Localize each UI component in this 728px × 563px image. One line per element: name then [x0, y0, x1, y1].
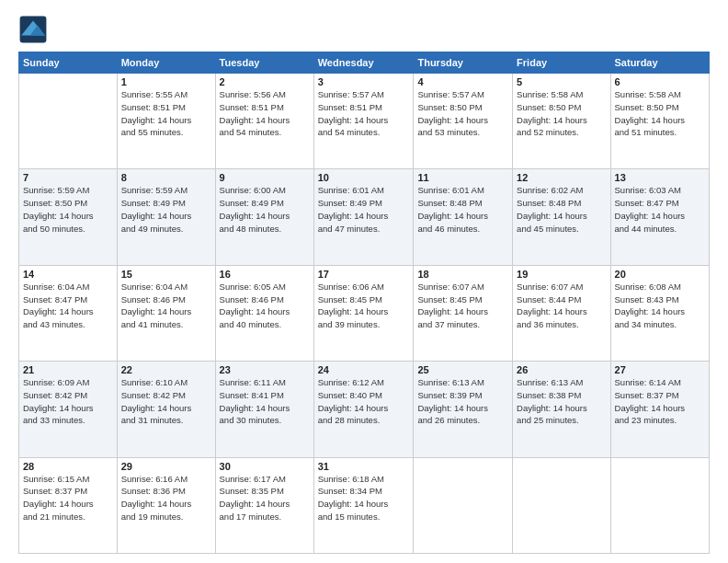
day-info: Sunrise: 5:55 AM Sunset: 8:51 PM Dayligh… [121, 88, 211, 139]
weekday-header-saturday: Saturday [610, 52, 709, 74]
calendar-cell: 26Sunrise: 6:13 AM Sunset: 8:38 PM Dayli… [513, 362, 610, 457]
calendar-cell: 29Sunrise: 6:16 AM Sunset: 8:36 PM Dayli… [117, 457, 215, 553]
day-info: Sunrise: 5:58 AM Sunset: 8:50 PM Dayligh… [615, 88, 705, 139]
calendar-cell: 24Sunrise: 6:12 AM Sunset: 8:40 PM Dayli… [313, 362, 414, 457]
day-number: 21 [23, 364, 113, 375]
day-number: 24 [318, 364, 410, 375]
day-info: Sunrise: 6:01 AM Sunset: 8:49 PM Dayligh… [318, 184, 410, 235]
day-info: Sunrise: 5:59 AM Sunset: 8:50 PM Dayligh… [23, 184, 113, 235]
calendar-cell: 17Sunrise: 6:06 AM Sunset: 8:45 PM Dayli… [313, 265, 414, 361]
day-number: 10 [318, 172, 410, 183]
day-info: Sunrise: 5:57 AM Sunset: 8:51 PM Dayligh… [318, 88, 410, 139]
calendar-cell: 28Sunrise: 6:15 AM Sunset: 8:37 PM Dayli… [19, 457, 118, 553]
calendar-cell: 19Sunrise: 6:07 AM Sunset: 8:44 PM Dayli… [513, 265, 610, 361]
day-info: Sunrise: 6:07 AM Sunset: 8:45 PM Dayligh… [417, 281, 508, 331]
day-number: 8 [121, 172, 211, 183]
calendar-cell: 2Sunrise: 5:56 AM Sunset: 8:51 PM Daylig… [215, 74, 313, 169]
weekday-header-monday: Monday [117, 52, 215, 74]
day-number: 5 [517, 76, 606, 87]
calendar-cell: 16Sunrise: 6:05 AM Sunset: 8:46 PM Dayli… [215, 265, 313, 361]
calendar-cell: 30Sunrise: 6:17 AM Sunset: 8:35 PM Dayli… [215, 457, 313, 553]
day-info: Sunrise: 6:12 AM Sunset: 8:40 PM Dayligh… [318, 376, 410, 427]
day-info: Sunrise: 6:14 AM Sunset: 8:37 PM Dayligh… [615, 376, 705, 427]
day-number: 4 [417, 76, 508, 87]
calendar-cell: 12Sunrise: 6:02 AM Sunset: 8:48 PM Dayli… [513, 169, 610, 265]
calendar-week-1: 1Sunrise: 5:55 AM Sunset: 8:51 PM Daylig… [19, 74, 710, 169]
day-number: 30 [220, 461, 310, 472]
day-info: Sunrise: 6:10 AM Sunset: 8:42 PM Dayligh… [121, 376, 211, 427]
day-info: Sunrise: 6:00 AM Sunset: 8:49 PM Dayligh… [220, 184, 310, 235]
day-number: 26 [517, 364, 606, 375]
day-info: Sunrise: 5:59 AM Sunset: 8:49 PM Dayligh… [121, 184, 211, 235]
day-info: Sunrise: 6:13 AM Sunset: 8:39 PM Dayligh… [417, 376, 508, 427]
day-info: Sunrise: 6:05 AM Sunset: 8:46 PM Dayligh… [220, 281, 310, 331]
calendar-cell: 21Sunrise: 6:09 AM Sunset: 8:42 PM Dayli… [19, 362, 118, 457]
weekday-header-tuesday: Tuesday [215, 52, 313, 74]
day-number: 28 [23, 461, 113, 472]
calendar-cell: 27Sunrise: 6:14 AM Sunset: 8:37 PM Dayli… [610, 362, 709, 457]
calendar-cell: 15Sunrise: 6:04 AM Sunset: 8:46 PM Dayli… [117, 265, 215, 361]
day-number: 27 [615, 364, 705, 375]
weekday-header-thursday: Thursday [414, 52, 513, 74]
day-number: 9 [220, 172, 310, 183]
day-info: Sunrise: 5:58 AM Sunset: 8:50 PM Dayligh… [517, 88, 606, 139]
day-number: 13 [615, 172, 705, 183]
day-number: 11 [417, 172, 508, 183]
calendar-cell: 13Sunrise: 6:03 AM Sunset: 8:47 PM Dayli… [610, 169, 709, 265]
day-number: 7 [23, 172, 113, 183]
day-number: 14 [23, 269, 113, 280]
day-number: 20 [615, 269, 705, 280]
day-number: 29 [121, 461, 211, 472]
day-info: Sunrise: 6:06 AM Sunset: 8:45 PM Dayligh… [318, 281, 410, 331]
day-number: 31 [318, 461, 410, 472]
calendar-header-row: SundayMondayTuesdayWednesdayThursdayFrid… [19, 52, 710, 74]
day-number: 18 [417, 269, 508, 280]
calendar-cell [513, 457, 610, 553]
calendar-cell [610, 457, 709, 553]
weekday-header-wednesday: Wednesday [313, 52, 414, 74]
header [18, 15, 710, 44]
calendar-cell: 31Sunrise: 6:18 AM Sunset: 8:34 PM Dayli… [313, 457, 414, 553]
calendar-cell: 5Sunrise: 5:58 AM Sunset: 8:50 PM Daylig… [513, 74, 610, 169]
weekday-header-sunday: Sunday [19, 52, 118, 74]
calendar-cell: 18Sunrise: 6:07 AM Sunset: 8:45 PM Dayli… [414, 265, 513, 361]
day-number: 3 [318, 76, 410, 87]
day-info: Sunrise: 6:18 AM Sunset: 8:34 PM Dayligh… [318, 473, 410, 523]
day-number: 1 [121, 76, 211, 87]
page: SundayMondayTuesdayWednesdayThursdayFrid… [0, 0, 728, 563]
calendar-cell: 14Sunrise: 6:04 AM Sunset: 8:47 PM Dayli… [19, 265, 118, 361]
day-number: 19 [517, 269, 606, 280]
day-info: Sunrise: 6:16 AM Sunset: 8:36 PM Dayligh… [121, 473, 211, 523]
day-info: Sunrise: 6:13 AM Sunset: 8:38 PM Dayligh… [517, 376, 606, 427]
calendar-cell: 23Sunrise: 6:11 AM Sunset: 8:41 PM Dayli… [215, 362, 313, 457]
calendar-cell: 9Sunrise: 6:00 AM Sunset: 8:49 PM Daylig… [215, 169, 313, 265]
calendar-cell [19, 74, 118, 169]
calendar-cell: 25Sunrise: 6:13 AM Sunset: 8:39 PM Dayli… [414, 362, 513, 457]
calendar-week-4: 21Sunrise: 6:09 AM Sunset: 8:42 PM Dayli… [19, 362, 710, 457]
day-info: Sunrise: 6:04 AM Sunset: 8:46 PM Dayligh… [121, 281, 211, 331]
day-info: Sunrise: 6:03 AM Sunset: 8:47 PM Dayligh… [615, 184, 705, 235]
weekday-header-friday: Friday [513, 52, 610, 74]
day-info: Sunrise: 6:11 AM Sunset: 8:41 PM Dayligh… [220, 376, 310, 427]
logo-icon [18, 15, 48, 44]
day-info: Sunrise: 6:09 AM Sunset: 8:42 PM Dayligh… [23, 376, 113, 427]
day-info: Sunrise: 6:17 AM Sunset: 8:35 PM Dayligh… [220, 473, 310, 523]
calendar-cell: 22Sunrise: 6:10 AM Sunset: 8:42 PM Dayli… [117, 362, 215, 457]
day-number: 17 [318, 269, 410, 280]
calendar-cell: 6Sunrise: 5:58 AM Sunset: 8:50 PM Daylig… [610, 74, 709, 169]
day-info: Sunrise: 6:15 AM Sunset: 8:37 PM Dayligh… [23, 473, 113, 523]
day-info: Sunrise: 6:07 AM Sunset: 8:44 PM Dayligh… [517, 281, 606, 331]
day-info: Sunrise: 6:01 AM Sunset: 8:48 PM Dayligh… [417, 184, 508, 235]
calendar-cell: 3Sunrise: 5:57 AM Sunset: 8:51 PM Daylig… [313, 74, 414, 169]
calendar-cell: 10Sunrise: 6:01 AM Sunset: 8:49 PM Dayli… [313, 169, 414, 265]
calendar-cell [414, 457, 513, 553]
logo [18, 15, 51, 44]
calendar-table: SundayMondayTuesdayWednesdayThursdayFrid… [18, 52, 710, 554]
day-number: 2 [220, 76, 310, 87]
calendar-cell: 4Sunrise: 5:57 AM Sunset: 8:50 PM Daylig… [414, 74, 513, 169]
calendar-cell: 8Sunrise: 5:59 AM Sunset: 8:49 PM Daylig… [117, 169, 215, 265]
day-info: Sunrise: 6:04 AM Sunset: 8:47 PM Dayligh… [23, 281, 113, 331]
day-info: Sunrise: 5:57 AM Sunset: 8:50 PM Dayligh… [417, 88, 508, 139]
calendar-cell: 20Sunrise: 6:08 AM Sunset: 8:43 PM Dayli… [610, 265, 709, 361]
day-info: Sunrise: 5:56 AM Sunset: 8:51 PM Dayligh… [220, 88, 310, 139]
